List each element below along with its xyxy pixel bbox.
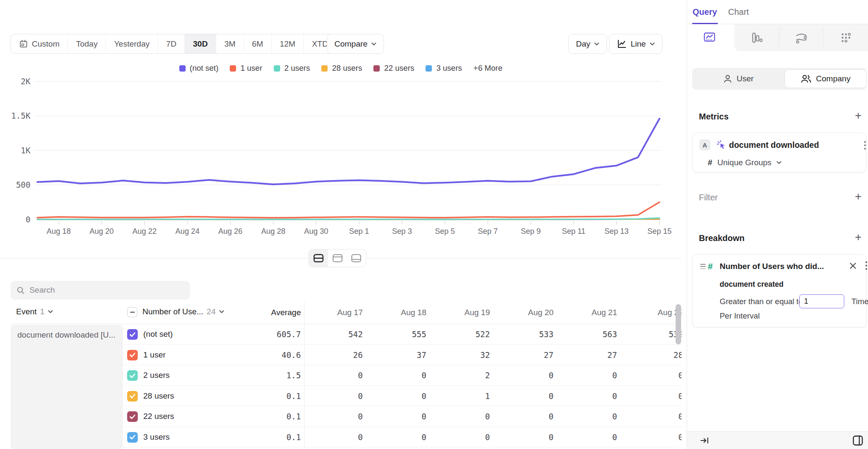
range-6m-button[interactable]: 6M xyxy=(244,34,271,53)
bar-chart-tab-icon xyxy=(751,32,763,44)
range-3m-button[interactable]: 3M xyxy=(216,34,243,53)
chart-type-matrix-tab[interactable] xyxy=(823,24,868,51)
table-only-view-button[interactable] xyxy=(347,249,366,267)
row-checkbox[interactable] xyxy=(127,432,138,443)
chart-type-bar-tab[interactable] xyxy=(734,24,779,51)
range-30d-button[interactable]: 30D xyxy=(184,34,216,53)
x-axis-tick-label: Sep 9 xyxy=(521,227,541,236)
table-row[interactable]: 2 users1.5002000 xyxy=(123,365,682,386)
event-column-header[interactable]: Event 1 xyxy=(16,307,53,316)
event-count: 1 xyxy=(40,307,45,316)
per-interval-label: Per Interval xyxy=(720,311,760,321)
table-cell: 0 xyxy=(304,432,368,442)
layout-toggle xyxy=(309,249,366,267)
kebab-menu-icon[interactable] xyxy=(864,141,866,150)
x-axis-tick-label: Aug 22 xyxy=(133,227,157,236)
row-checkbox[interactable] xyxy=(127,370,138,381)
breakdown-card[interactable]: # Number of Users who did... document cr… xyxy=(692,254,867,327)
line-chart[interactable]: 05001K1.5K2KAug 18Aug 20Aug 22Aug 24Aug … xyxy=(0,55,682,254)
y-axis-tick-label: 1.5K xyxy=(11,111,31,120)
table-cell: 563 xyxy=(559,330,622,339)
row-checkbox[interactable] xyxy=(127,329,138,340)
table-row[interactable]: 1 user40.6263732272728 xyxy=(123,345,682,366)
row-label: 3 users xyxy=(143,432,170,442)
table-cell: 0 xyxy=(495,412,559,421)
tab-chart[interactable]: Chart xyxy=(728,7,749,17)
chevron-down-icon xyxy=(371,42,376,46)
row-checkbox[interactable] xyxy=(127,391,138,402)
collapse-panel-icon[interactable] xyxy=(700,436,709,445)
table-scrollbar[interactable] xyxy=(676,304,681,344)
times-input[interactable] xyxy=(799,294,844,308)
range-7d-button[interactable]: 7D xyxy=(158,34,184,53)
compare-button[interactable]: Compare xyxy=(327,34,384,54)
breakdown-heading: Breakdown xyxy=(699,233,745,243)
x-axis-tick-label: Aug 24 xyxy=(175,227,200,236)
close-icon[interactable] xyxy=(849,262,857,269)
table-cell: 0 xyxy=(495,371,559,380)
table-cell: 0 xyxy=(495,391,559,401)
scope-company-option[interactable]: Company xyxy=(785,69,867,88)
split-view-icon xyxy=(313,254,324,263)
panel-layout-icon[interactable] xyxy=(852,435,863,446)
chart-type-flow-tab[interactable] xyxy=(779,24,823,51)
table-row[interactable]: (not set)605.7542555522533563532 xyxy=(123,324,682,345)
chevron-down-icon xyxy=(594,42,599,46)
date-column-header: Aug 17 xyxy=(304,308,368,317)
add-metric-button[interactable]: + xyxy=(853,109,863,122)
x-axis-tick-label: Sep 7 xyxy=(478,227,498,236)
date-column-header: Aug 22 xyxy=(622,308,682,317)
sidebar-tabs: Query Chart xyxy=(687,0,868,24)
x-axis-tick-label: Aug 26 xyxy=(218,227,242,236)
chart-only-view-button[interactable] xyxy=(328,249,347,267)
table-cell: 0 xyxy=(622,412,682,421)
table-cell: 2 xyxy=(431,371,495,380)
chart-style-dropdown[interactable]: Line xyxy=(609,34,662,54)
range-yesterday-button[interactable]: Yesterday xyxy=(106,34,158,53)
event-cell[interactable]: document downloaded [U... xyxy=(11,325,123,449)
add-breakdown-button[interactable]: + xyxy=(853,231,863,244)
search-input[interactable] xyxy=(29,285,184,295)
range-label: Custom xyxy=(32,39,59,49)
chevron-down-icon xyxy=(776,161,782,164)
interval-dropdown[interactable]: Day xyxy=(568,34,607,54)
add-filter-button[interactable]: + xyxy=(853,190,863,203)
aggregation-dropdown[interactable]: # Unique Groups xyxy=(708,158,782,167)
kebab-menu-icon[interactable] xyxy=(865,261,868,270)
table-row[interactable]: 3 users0.1000000 xyxy=(123,427,682,448)
row-checkbox[interactable] xyxy=(127,350,138,360)
row-label: (not set) xyxy=(143,330,173,339)
date-column-header: Aug 20 xyxy=(495,308,559,317)
metric-card[interactable]: A document downloaded # Unique Groups xyxy=(692,133,867,172)
table-header-row: Event 1 Number of Use... 24 Average Aug … xyxy=(0,302,682,324)
row-label: 28 users xyxy=(143,391,174,401)
breakdown-column-header[interactable]: Number of Use... 24 xyxy=(142,307,224,316)
condition-unit-label: Times xyxy=(851,297,868,306)
split-view-button[interactable] xyxy=(309,249,328,267)
y-axis-tick-label: 2K xyxy=(21,77,31,86)
row-average-value: 0.1 xyxy=(229,391,301,401)
tab-query[interactable]: Query xyxy=(693,7,717,17)
drag-handle-icon[interactable] xyxy=(700,264,706,269)
metric-event-name: document downloaded xyxy=(729,140,819,150)
table-cell: 0 xyxy=(368,432,431,442)
x-axis-tick-label: Sep 5 xyxy=(435,227,455,236)
row-checkbox[interactable] xyxy=(127,411,138,422)
main-panel: Custom Today Yesterday 7D 30D 3M 6M 12M … xyxy=(0,0,682,449)
x-axis-tick-label: Sep 1 xyxy=(349,227,369,236)
table-row[interactable]: 22 users0.1000000 xyxy=(123,406,682,427)
check-icon xyxy=(129,394,136,399)
check-icon xyxy=(129,435,136,440)
range-today-button[interactable]: Today xyxy=(67,34,106,53)
table-row[interactable]: 28 users0.1001000 xyxy=(123,386,682,407)
table-cell: 0 xyxy=(368,371,431,380)
metric-letter-badge: A xyxy=(699,139,710,150)
chart-type-line-tab[interactable] xyxy=(687,24,732,51)
table-cell: 28 xyxy=(622,350,682,360)
select-all-checkbox[interactable] xyxy=(127,307,137,317)
range-12m-button[interactable]: 12M xyxy=(271,34,303,53)
x-axis-tick-label: Aug 18 xyxy=(47,227,71,236)
range-custom-button[interactable]: Custom xyxy=(11,34,67,53)
table-cell: 555 xyxy=(368,330,431,339)
scope-user-option[interactable]: User xyxy=(692,68,785,90)
